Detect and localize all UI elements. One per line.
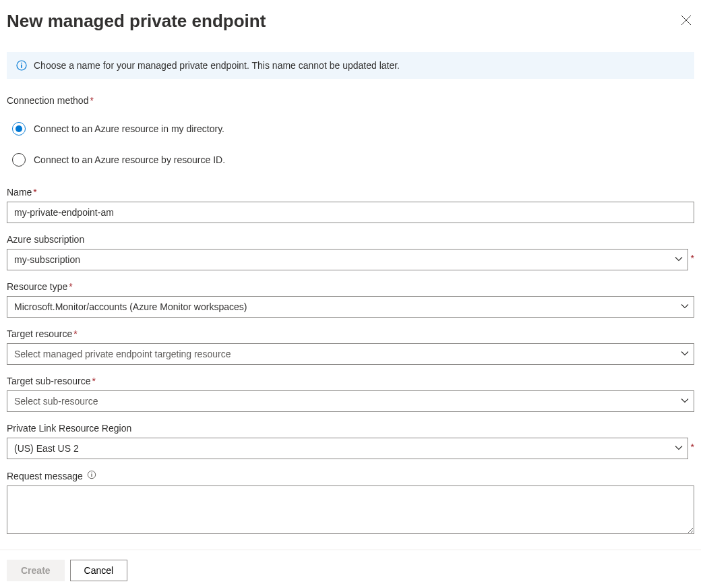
- target-resource-section: Target resource* Select managed private …: [7, 328, 694, 365]
- target-sub-resource-section: Target sub-resource* Select sub-resource: [7, 376, 694, 412]
- name-section: Name*: [7, 187, 694, 223]
- footer: Create Cancel: [0, 550, 701, 581]
- subscription-select[interactable]: my-subscription: [7, 249, 688, 270]
- request-message-label: Request message: [7, 471, 83, 481]
- required-indicator: *: [691, 253, 694, 264]
- cancel-button[interactable]: Cancel: [70, 560, 128, 581]
- close-button[interactable]: [678, 12, 694, 30]
- radio-selected-icon: [12, 122, 26, 136]
- region-select[interactable]: (US) East US 2: [7, 438, 688, 459]
- connection-method-option-directory[interactable]: Connect to an Azure resource in my direc…: [7, 115, 694, 142]
- name-label: Name*: [7, 187, 694, 198]
- subscription-section: Azure subscription my-subscription *: [7, 234, 694, 270]
- page-header: New managed private endpoint: [7, 7, 694, 52]
- svg-point-3: [21, 63, 22, 64]
- info-banner: Choose a name for your managed private e…: [7, 52, 694, 79]
- region-value: (US) East US 2: [14, 443, 79, 454]
- request-message-section: Request message: [7, 470, 694, 536]
- info-icon[interactable]: [87, 470, 96, 481]
- resource-type-select[interactable]: Microsoft.Monitor/accounts (Azure Monito…: [7, 296, 694, 318]
- connection-method-section: Connection method* Connect to an Azure r…: [7, 95, 694, 173]
- request-message-textarea[interactable]: [7, 486, 694, 534]
- create-button[interactable]: Create: [7, 560, 65, 581]
- name-input[interactable]: [7, 202, 694, 223]
- radio-unselected-icon: [12, 153, 26, 167]
- info-banner-text: Choose a name for your managed private e…: [34, 60, 400, 71]
- subscription-value: my-subscription: [14, 254, 80, 265]
- close-icon: [681, 15, 692, 26]
- target-resource-select[interactable]: Select managed private endpoint targetin…: [7, 343, 694, 365]
- connection-method-radio-group: Connect to an Azure resource in my direc…: [7, 115, 694, 173]
- target-sub-resource-placeholder: Select sub-resource: [14, 396, 98, 407]
- connection-method-label: Connection method*: [7, 95, 694, 106]
- info-icon: [16, 60, 27, 71]
- radio-label: Connect to an Azure resource in my direc…: [34, 123, 224, 134]
- page-title: New managed private endpoint: [7, 11, 266, 32]
- svg-rect-7: [91, 474, 92, 477]
- subscription-label: Azure subscription: [7, 234, 694, 245]
- resource-type-value: Microsoft.Monitor/accounts (Azure Monito…: [14, 301, 247, 312]
- request-message-label-row: Request message: [7, 470, 694, 481]
- radio-label: Connect to an Azure resource by resource…: [34, 154, 225, 165]
- target-sub-resource-label: Target sub-resource*: [7, 376, 694, 386]
- target-resource-label: Target resource*: [7, 328, 694, 339]
- required-indicator: *: [691, 442, 694, 452]
- connection-method-option-resource-id[interactable]: Connect to an Azure resource by resource…: [7, 146, 694, 173]
- svg-point-6: [91, 473, 92, 473]
- region-section: Private Link Resource Region (US) East U…: [7, 423, 694, 459]
- svg-rect-4: [21, 65, 22, 68]
- target-sub-resource-select[interactable]: Select sub-resource: [7, 390, 694, 412]
- region-label: Private Link Resource Region: [7, 423, 694, 434]
- resource-type-section: Resource type* Microsoft.Monitor/account…: [7, 281, 694, 318]
- target-resource-placeholder: Select managed private endpoint targetin…: [14, 349, 231, 359]
- resource-type-label: Resource type*: [7, 281, 694, 292]
